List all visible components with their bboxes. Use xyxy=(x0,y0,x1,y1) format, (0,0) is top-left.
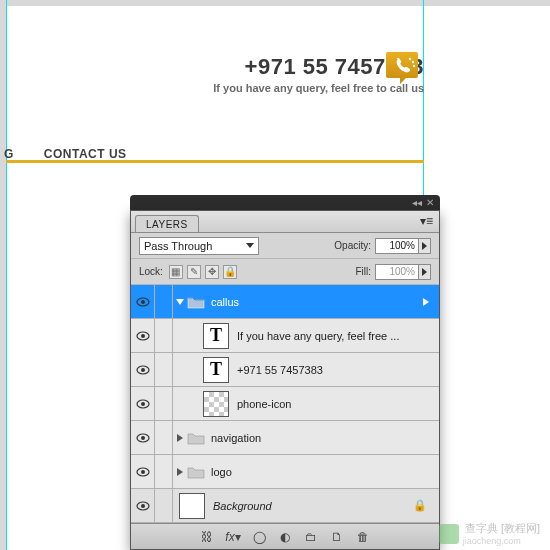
adjustment-layer-icon[interactable]: ◐ xyxy=(277,529,293,545)
lock-fill-row: Lock: ▦ ✎ ✥ 🔒 Fill: 100% xyxy=(131,259,439,285)
svg-point-0 xyxy=(409,58,411,60)
layer-phone-icon[interactable]: phone-icon xyxy=(131,387,439,421)
text-layer-thumb-icon: T xyxy=(203,323,229,349)
layer-name: callus xyxy=(211,296,239,308)
opacity-label: Opacity: xyxy=(334,240,371,251)
folder-icon xyxy=(187,431,205,445)
layer-group-logo[interactable]: logo xyxy=(131,455,439,489)
layer-group-navigation[interactable]: navigation xyxy=(131,421,439,455)
layer-name: +971 55 7457383 xyxy=(237,364,323,376)
lock-label: Lock: xyxy=(139,266,163,277)
fill-flyout-icon[interactable] xyxy=(419,264,431,280)
lock-indicator-icon[interactable]: 🔒 xyxy=(413,499,427,512)
visibility-toggle-icon[interactable] xyxy=(136,399,150,409)
layer-group-callus[interactable]: callus xyxy=(131,285,439,319)
svg-point-14 xyxy=(141,470,145,474)
svg-point-6 xyxy=(141,334,145,338)
layer-background[interactable]: Background 🔒 xyxy=(131,489,439,523)
delete-layer-icon[interactable]: 🗑 xyxy=(355,529,371,545)
folder-icon xyxy=(187,465,205,479)
link-column[interactable] xyxy=(155,353,173,386)
nav-row: G CONTACT US xyxy=(6,140,424,168)
new-layer-icon[interactable]: 🗋 xyxy=(329,529,345,545)
blend-mode-value: Pass Through xyxy=(144,240,212,252)
svg-point-1 xyxy=(412,61,414,63)
link-column[interactable] xyxy=(155,421,173,454)
layer-name: phone-icon xyxy=(237,398,291,410)
new-group-icon[interactable]: 🗀 xyxy=(303,529,319,545)
panel-menu-icon[interactable]: ▾≡ xyxy=(420,214,433,228)
lock-buttons: ▦ ✎ ✥ 🔒 xyxy=(169,265,237,279)
watermark-logo-icon xyxy=(439,524,459,544)
opacity-flyout-icon[interactable] xyxy=(419,238,431,254)
watermark-text: 查字典 [教程网] xyxy=(465,521,540,536)
layer-name: logo xyxy=(211,466,232,478)
visibility-toggle-icon[interactable] xyxy=(136,297,150,307)
svg-point-8 xyxy=(141,368,145,372)
opacity-input[interactable]: 100% xyxy=(375,238,419,254)
panel-tab-bar: LAYERS ▾≡ xyxy=(131,211,439,233)
svg-point-4 xyxy=(141,300,145,304)
nav-underline xyxy=(6,160,424,163)
lock-all-icon[interactable]: 🔒 xyxy=(223,265,237,279)
visibility-toggle-icon[interactable] xyxy=(136,331,150,341)
text-layer-thumb-icon: T xyxy=(203,357,229,383)
layer-effects-arrow-icon[interactable] xyxy=(423,298,429,306)
link-column[interactable] xyxy=(155,285,173,318)
svg-point-2 xyxy=(413,65,415,67)
layer-mask-icon[interactable]: ◯ xyxy=(251,529,267,545)
link-column[interactable] xyxy=(155,489,173,522)
panel-footer: ⛓ fx▾ ◯ ◐ 🗀 🗋 🗑 xyxy=(131,523,439,549)
disclosure-triangle-icon[interactable] xyxy=(176,299,184,305)
blend-opacity-row: Pass Through Opacity: 100% xyxy=(131,233,439,259)
lock-position-icon[interactable]: ✥ xyxy=(205,265,219,279)
layers-tab[interactable]: LAYERS xyxy=(135,215,199,232)
nav-item-contact[interactable]: CONTACT US xyxy=(44,147,127,161)
layer-name: Background xyxy=(213,500,272,512)
layers-panel: LAYERS ▾≡ Pass Through Opacity: 100% Loc… xyxy=(130,210,440,550)
folder-icon xyxy=(187,295,205,309)
lock-pixels-icon[interactable]: ✎ xyxy=(187,265,201,279)
svg-point-16 xyxy=(141,504,145,508)
layer-style-icon[interactable]: fx▾ xyxy=(225,529,241,545)
panel-drag-bar[interactable]: ◂◂ ✕ xyxy=(130,195,440,210)
guide-vertical-left[interactable] xyxy=(6,0,7,550)
raster-layer-thumb-icon xyxy=(203,391,229,417)
svg-point-12 xyxy=(141,436,145,440)
link-column[interactable] xyxy=(155,319,173,352)
layer-name: If you have any query, feel free ... xyxy=(237,330,399,342)
layer-text-phone[interactable]: T +971 55 7457383 xyxy=(131,353,439,387)
layer-text-query[interactable]: T If you have any query, feel free ... xyxy=(131,319,439,353)
watermark-url: jiaocheng.com xyxy=(463,536,540,546)
visibility-toggle-icon[interactable] xyxy=(136,467,150,477)
fill-label: Fill: xyxy=(355,266,371,277)
dropdown-arrow-icon xyxy=(246,243,254,248)
lock-transparency-icon[interactable]: ▦ xyxy=(169,265,183,279)
link-column[interactable] xyxy=(155,387,173,420)
visibility-toggle-icon[interactable] xyxy=(136,501,150,511)
fill-input[interactable]: 100% xyxy=(375,264,419,280)
link-layers-icon[interactable]: ⛓ xyxy=(199,529,215,545)
link-column[interactable] xyxy=(155,455,173,488)
panel-collapse-icon[interactable]: ◂◂ xyxy=(412,197,422,208)
blend-mode-select[interactable]: Pass Through xyxy=(139,237,259,255)
phone-icon xyxy=(384,50,420,86)
disclosure-triangle-icon[interactable] xyxy=(177,468,183,476)
disclosure-triangle-icon[interactable] xyxy=(177,434,183,442)
visibility-toggle-icon[interactable] xyxy=(136,365,150,375)
background-thumb-icon xyxy=(179,493,205,519)
svg-point-10 xyxy=(141,402,145,406)
panel-close-icon[interactable]: ✕ xyxy=(426,197,434,208)
layer-name: navigation xyxy=(211,432,261,444)
nav-item-partial[interactable]: G xyxy=(4,147,14,161)
layer-list: callus T If you have any query, feel fre… xyxy=(131,285,439,523)
visibility-toggle-icon[interactable] xyxy=(136,433,150,443)
watermark: 查字典 [教程网] jiaocheng.com xyxy=(439,521,540,546)
ruler-area-top xyxy=(0,0,550,6)
